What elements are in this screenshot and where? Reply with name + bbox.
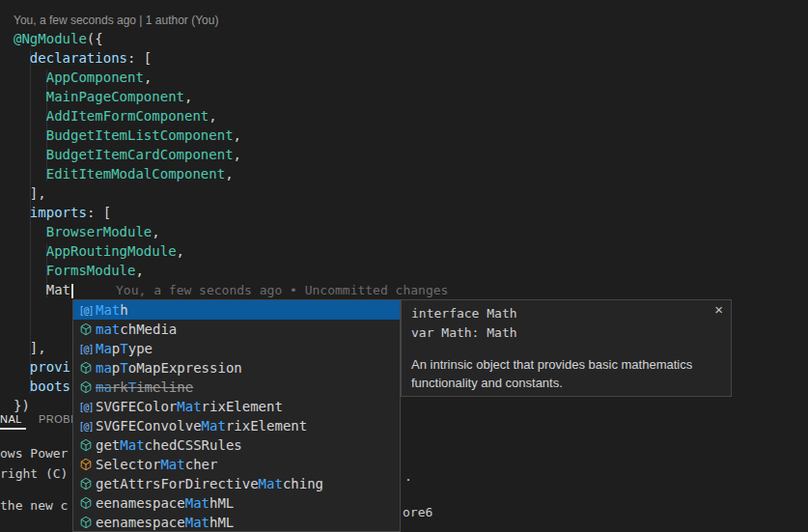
code-line[interactable]: BrowserModule,: [14, 222, 448, 241]
suggest-widget: [@]MathmatchMedia[@]MapTypemapToMapExpre…: [72, 299, 401, 532]
suggest-item[interactable]: getAttrsForDirectiveMatching: [73, 474, 400, 493]
suggest-item-label: Math: [96, 302, 128, 318]
code-line[interactable]: BudgetItemListComponent,: [14, 126, 448, 145]
docs-signature-interface: interface Math: [411, 304, 721, 323]
tab-problems[interactable]: PROBL: [39, 413, 77, 425]
suggest-item-label: SelectorMatcher: [96, 457, 217, 472]
symbol-variable-icon: [@]: [76, 344, 96, 354]
symbol-variable-icon: [@]: [76, 305, 96, 316]
terminal-text-line: ows Power: [0, 446, 68, 461]
code-line[interactable]: imports: [: [14, 203, 448, 222]
symbol-method-icon: [76, 322, 96, 336]
suggest-item[interactable]: [@]Math: [73, 300, 400, 320]
symbol-method-icon: [76, 477, 96, 490]
code-line[interactable]: FormsModule,: [14, 261, 448, 280]
docs-description: An intrinsic object that provides basic …: [411, 355, 721, 392]
suggest-item[interactable]: [@]SVGFEColorMatrixElement: [73, 397, 400, 416]
suggest-item[interactable]: markTimeline: [73, 378, 400, 397]
symbol-method-icon: [76, 516, 96, 529]
active-tab-underline: [0, 428, 26, 430]
suggest-item[interactable]: eenamespaceMathML: [73, 493, 400, 513]
code-line[interactable]: MainPageComponent,: [14, 87, 448, 106]
close-icon[interactable]: ×: [714, 301, 723, 318]
symbol-class-icon: [76, 458, 96, 471]
suggest-item-label: markTimeline: [96, 379, 193, 395]
suggest-item-label: SVGFEColorMatrixElement: [96, 399, 283, 414]
code-line[interactable]: EditItemModalComponent,: [14, 164, 448, 183]
code-line[interactable]: ],: [14, 183, 448, 203]
symbol-method-icon: [76, 496, 96, 510]
vscode-window: You, a few seconds ago | 1 author (You) …: [0, 0, 808, 532]
suggest-item[interactable]: SelectorMatcher: [73, 455, 400, 474]
suggest-item[interactable]: [@]SVGFEConvolveMatrixElement: [73, 416, 400, 435]
suggest-item[interactable]: eenamespaceMathML: [73, 513, 400, 532]
symbol-variable-icon: [@]: [76, 421, 96, 432]
suggest-item-label: matchMedia: [96, 322, 177, 337]
suggest-docs-panel: × interface Math var Math: Math An intri…: [401, 299, 732, 397]
code-line[interactable]: declarations: [: [14, 48, 448, 68]
code-line[interactable]: BudgetItemCardComponent,: [14, 145, 448, 164]
suggest-item-label: getAttrsForDirectiveMatching: [96, 476, 323, 491]
code-line[interactable]: MatYou, a few seconds ago • Uncommitted …: [14, 280, 448, 299]
suggest-item-label: eenamespaceMathML: [96, 515, 234, 530]
symbol-variable-icon: [@]: [76, 402, 96, 412]
terminal-text-line: ore6: [403, 505, 432, 519]
code-line[interactable]: @NgModule({: [14, 29, 448, 48]
suggest-item-label: mapToMapExpression: [96, 360, 242, 376]
suggest-list: [@]MathmatchMedia[@]MapTypemapToMapExpre…: [73, 300, 400, 532]
code-line[interactable]: AppComponent,: [14, 68, 448, 87]
code-line[interactable]: AddItemFormComponent,: [14, 106, 448, 126]
terminal-text-line: .: [404, 469, 412, 484]
symbol-method-icon: [76, 361, 96, 375]
code-line[interactable]: AppRoutingModule,: [14, 241, 448, 261]
codelens-annotation[interactable]: You, a few seconds ago | 1 author (You): [14, 14, 218, 27]
suggest-item[interactable]: matchMedia: [73, 320, 400, 339]
inline-blame-annotation: You, a few seconds ago • Uncommitted cha…: [116, 283, 448, 297]
terminal-text-line: right (C): [0, 466, 68, 481]
text-cursor: [71, 284, 73, 298]
suggest-item-label: getMatchedCSSRules: [96, 437, 242, 453]
suggest-item-label: MapType: [96, 341, 153, 356]
symbol-method-icon: [76, 438, 96, 452]
suggest-item-label: SVGFEConvolveMatrixElement: [96, 418, 307, 434]
suggest-item[interactable]: getMatchedCSSRules: [73, 435, 400, 455]
terminal-text-line: the new c: [0, 498, 68, 513]
tab-terminal[interactable]: NAL: [0, 413, 22, 425]
docs-signature-var: var Math: Math: [411, 323, 721, 343]
suggest-item[interactable]: mapToMapExpression: [73, 358, 400, 378]
symbol-method-icon: [76, 380, 96, 394]
suggest-item-label: eenamespaceMathML: [96, 495, 234, 511]
suggest-item[interactable]: [@]MapType: [73, 339, 400, 358]
